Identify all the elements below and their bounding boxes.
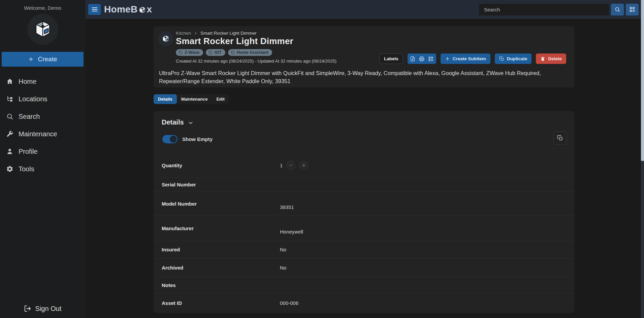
homebox-logo-icon (33, 20, 53, 39)
logout-icon (24, 305, 31, 312)
tag-badge[interactable]: Home Assistant (228, 49, 272, 56)
wrench-icon (6, 130, 13, 138)
scrollbar[interactable] (641, 0, 644, 318)
sidebar-item-label: Maintenance (19, 130, 57, 138)
tab-maintenance[interactable]: Maintenance (177, 94, 212, 104)
quantity-increase-button[interactable] (299, 160, 309, 170)
field-value: Honeywell (280, 229, 303, 235)
minus-icon (288, 163, 293, 168)
plus-icon (301, 163, 306, 168)
sidebar-item-label: Profile (19, 148, 38, 155)
main-content: Kitchen Smart Rocker Light Dimmer Smart … (85, 19, 644, 318)
tab-details[interactable]: Details (154, 94, 177, 104)
sidebar-item-label: Search (19, 113, 40, 120)
breadcrumb: Kitchen Smart Rocker Light Dimmer (176, 31, 336, 36)
attachment-file-button[interactable] (408, 54, 417, 64)
scan-qr-button[interactable] (626, 4, 639, 15)
labels-button[interactable]: Labels (379, 54, 403, 64)
tag-icon (231, 50, 235, 55)
app-title[interactable]: HomeB x (104, 4, 152, 15)
create-button[interactable]: Create (2, 52, 84, 67)
field-row-asset-id: Asset ID 000-006 (154, 293, 574, 312)
welcome-text: Welcome, Demo (0, 0, 85, 11)
field-value: 1 (280, 163, 283, 168)
copy-icon (557, 135, 563, 141)
field-value: No (280, 265, 286, 271)
field-row-manufacturer: Manufacturer Honeywell (154, 215, 574, 241)
field-value: No (280, 247, 286, 252)
copy-details-button[interactable] (553, 131, 567, 145)
trash-icon (540, 56, 545, 61)
item-description: UltraPro Z-Wave Smart Rocker Light Dimme… (159, 69, 570, 85)
field-label: Asset ID (162, 300, 280, 306)
gear-icon (6, 165, 13, 173)
item-action-icon-group (408, 54, 436, 64)
tag-label: Home Assistant (237, 50, 268, 55)
sidebar-item-label: Tools (19, 165, 34, 173)
tabs: Details Maintenance Edit (154, 94, 229, 104)
show-empty-row: Show Empty (162, 135, 213, 143)
chevron-down-icon (188, 120, 194, 126)
field-value: 39351 (280, 204, 294, 210)
create-subitem-button[interactable]: Create Subitem (441, 54, 490, 64)
search-button[interactable] (611, 4, 624, 15)
field-row-archived: Archived No (154, 258, 574, 277)
show-empty-toggle[interactable] (162, 135, 178, 143)
field-row-model-number: Model Number 39351 (154, 191, 574, 215)
details-card: Details Show Empty Quantity 1 (154, 111, 574, 313)
sidebar-item-label: Home (19, 78, 36, 85)
field-label: Insured (162, 247, 280, 252)
box-icon (161, 34, 170, 43)
sidebar-item-maintenance[interactable]: Maintenance (0, 125, 85, 143)
labels-button-label: Labels (384, 56, 398, 61)
app-logo (27, 14, 58, 45)
chevron-right-icon (194, 31, 198, 35)
tag-label: IOT (215, 50, 222, 55)
tag-icon (179, 50, 183, 55)
item-header-text: Kitchen Smart Rocker Light Dimmer Smart … (176, 31, 336, 64)
item-avatar (158, 31, 173, 46)
field-label: Model Number (162, 201, 280, 207)
tag-badge[interactable]: Z-Wave (176, 49, 203, 56)
quantity-stepper: 1 (280, 160, 309, 170)
breadcrumb-current[interactable]: Smart Rocker Light Dimmer (200, 31, 257, 36)
box-icon (138, 6, 147, 14)
sidebar-item-home[interactable]: Home (0, 73, 85, 90)
plus-icon (445, 56, 450, 61)
scrollbar-thumb[interactable] (641, 0, 644, 161)
sidebar-item-tools[interactable]: Tools (0, 160, 85, 178)
field-label: Archived (162, 265, 280, 271)
tab-edit[interactable]: Edit (212, 94, 229, 104)
duplicate-label: Duplicate (507, 56, 527, 61)
delete-button[interactable]: Delete (536, 54, 566, 64)
tag-badge[interactable]: IOT (206, 49, 225, 56)
qr-code-button[interactable] (426, 54, 436, 64)
sign-out-button[interactable]: Sign Out (0, 303, 85, 315)
tag-list: Z-Wave IOT Home Assistant (176, 49, 336, 56)
menu-button[interactable] (88, 4, 101, 15)
duplicate-button[interactable]: Duplicate (495, 54, 532, 64)
sign-out-label: Sign Out (35, 305, 62, 313)
details-section-header[interactable]: Details (162, 118, 194, 126)
sidebar-item-search[interactable]: Search (0, 108, 85, 125)
print-label-button[interactable] (417, 54, 426, 64)
sidebar-item-profile[interactable]: Profile (0, 143, 85, 160)
field-row-insured: Insured No (154, 241, 574, 258)
field-row-notes: Notes (154, 277, 574, 293)
qr-scan-icon (629, 6, 635, 12)
search-icon (614, 6, 620, 12)
search-input[interactable] (479, 4, 609, 15)
show-empty-label: Show Empty (182, 136, 213, 142)
item-actions: Labels Create Subitem Duplicate (379, 54, 566, 64)
logo-text-suffix: x (147, 4, 152, 15)
field-label: Manufacturer (162, 225, 280, 231)
breadcrumb-parent[interactable]: Kitchen (176, 31, 191, 36)
logo-text-prefix: HomeB (104, 4, 138, 15)
qr-code-icon (428, 56, 433, 62)
quantity-decrease-button[interactable] (286, 160, 296, 170)
field-label: Serial Number (162, 182, 280, 187)
sidebar-item-locations[interactable]: Locations (0, 90, 85, 108)
delete-label: Delete (548, 56, 562, 61)
search-icon (6, 113, 13, 120)
item-header-card: Kitchen Smart Rocker Light Dimmer Smart … (154, 26, 574, 87)
